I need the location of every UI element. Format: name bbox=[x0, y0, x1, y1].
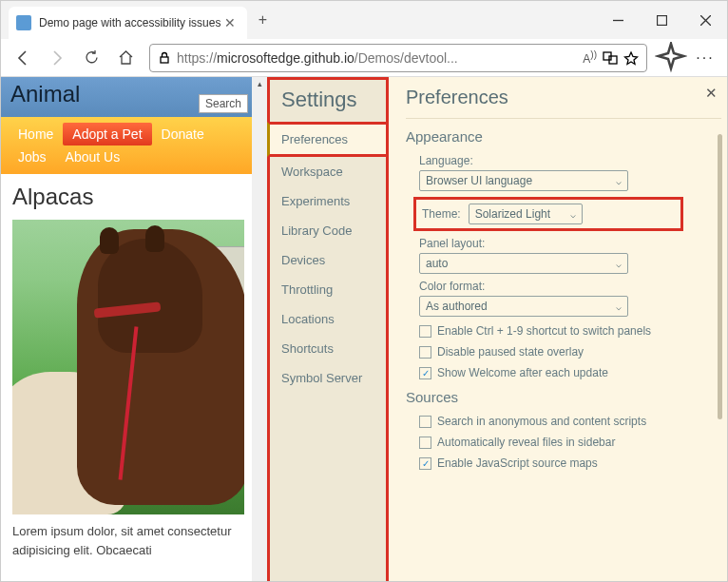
sidebar-item-symbol-server[interactable]: Symbol Server bbox=[270, 363, 386, 393]
lock-icon bbox=[158, 51, 171, 65]
svg-rect-0 bbox=[657, 15, 666, 25]
chevron-down-icon: ⌵ bbox=[616, 301, 622, 312]
forward-button bbox=[41, 42, 73, 74]
site-header: Animal Search bbox=[1, 77, 267, 117]
sidebar-item-throttling[interactable]: Throttling bbox=[270, 275, 386, 304]
nav-about[interactable]: About Us bbox=[56, 146, 130, 168]
color-format-select[interactable]: As authored⌵ bbox=[419, 296, 628, 317]
page-heading: Alpacas bbox=[12, 184, 256, 210]
nav-donate[interactable]: Donate bbox=[152, 123, 214, 146]
copilot-icon[interactable] bbox=[655, 42, 687, 74]
anon-search-checkbox[interactable]: Search in anonymous and content scripts bbox=[419, 415, 721, 428]
language-label: Language: bbox=[419, 154, 721, 167]
sidebar-item-experiments[interactable]: Experiments bbox=[270, 186, 386, 216]
tab-title: Demo page with accessibility issues bbox=[39, 16, 220, 29]
favicon bbox=[16, 15, 31, 30]
titlebar: Demo page with accessibility issues ✕ + bbox=[1, 1, 727, 39]
tab-close-icon[interactable]: ✕ bbox=[220, 15, 239, 30]
nav-jobs[interactable]: Jobs bbox=[9, 146, 56, 168]
back-button[interactable] bbox=[7, 42, 39, 74]
chevron-down-icon: ⌵ bbox=[616, 259, 622, 269]
refresh-button[interactable] bbox=[75, 42, 107, 74]
color-format-label: Color format: bbox=[419, 280, 721, 293]
reader-icon[interactable]: A)) bbox=[583, 49, 597, 66]
theme-select[interactable]: Solarized Light⌵ bbox=[469, 204, 583, 224]
panel-layout-select[interactable]: auto⌵ bbox=[419, 253, 628, 274]
browser-toolbar: https://microsoftedge.github.io/Demos/de… bbox=[1, 39, 727, 77]
panel-layout-label: Panel layout: bbox=[419, 237, 721, 250]
paused-overlay-checkbox[interactable]: Disable paused state overlay bbox=[419, 345, 721, 359]
sidebar-item-devices[interactable]: Devices bbox=[270, 245, 386, 275]
page-description: Lorem ipsum dolor, sit amet consectetur … bbox=[12, 522, 256, 559]
sidebar-item-shortcuts[interactable]: Shortcuts bbox=[270, 334, 386, 363]
language-select[interactable]: Browser UI language⌵ bbox=[419, 170, 628, 191]
chevron-down-icon: ⌵ bbox=[570, 209, 576, 220]
js-sourcemaps-checkbox[interactable]: Enable JavaScript source maps bbox=[419, 456, 721, 470]
new-tab-button[interactable]: + bbox=[249, 7, 276, 33]
preferences-scrollbar[interactable] bbox=[718, 134, 722, 419]
sidebar-item-preferences[interactable]: Preferences bbox=[267, 122, 389, 157]
devtools-panel: ✕ Settings Preferences Workspace Experim… bbox=[267, 77, 727, 582]
more-menu-button[interactable]: ··· bbox=[689, 42, 721, 74]
alpaca-photo bbox=[12, 220, 244, 514]
chevron-down-icon: ⌵ bbox=[616, 176, 622, 186]
site-search-input[interactable]: Search bbox=[199, 94, 248, 113]
preferences-title: Preferences bbox=[406, 83, 721, 118]
appearance-section-title: Appearance bbox=[406, 128, 721, 145]
minimise-button[interactable] bbox=[596, 5, 640, 35]
nav-adopt[interactable]: Adopt a Pet bbox=[63, 123, 151, 146]
nav-home[interactable]: Home bbox=[9, 123, 63, 146]
theme-label: Theme: bbox=[422, 207, 461, 221]
svg-rect-1 bbox=[161, 57, 168, 63]
home-button[interactable] bbox=[109, 42, 142, 74]
reveal-files-checkbox[interactable]: Automatically reveal files in sidebar bbox=[419, 436, 721, 449]
address-bar[interactable]: https://microsoftedge.github.io/Demos/de… bbox=[149, 44, 647, 72]
translate-icon[interactable] bbox=[603, 50, 618, 66]
browser-tab[interactable]: Demo page with accessibility issues ✕ bbox=[9, 7, 247, 39]
page-scrollbar[interactable]: ▴ bbox=[252, 77, 267, 582]
settings-sidebar: Settings Preferences Workspace Experimen… bbox=[267, 77, 389, 582]
settings-title: Settings bbox=[270, 82, 386, 122]
webpage-viewport: Animal Search Home Adopt a Pet Donate Jo… bbox=[1, 77, 267, 582]
close-window-button[interactable] bbox=[683, 5, 727, 35]
welcome-checkbox[interactable]: Show Welcome after each update bbox=[419, 366, 721, 379]
sidebar-item-library-code[interactable]: Library Code bbox=[270, 216, 386, 245]
ctrl-shortcut-checkbox[interactable]: Enable Ctrl + 1-9 shortcut to switch pan… bbox=[419, 324, 721, 338]
favorites-icon[interactable] bbox=[623, 50, 639, 66]
sources-section-title: Sources bbox=[406, 389, 721, 405]
sidebar-item-workspace[interactable]: Workspace bbox=[270, 157, 386, 186]
site-nav: Home Adopt a Pet Donate Jobs About Us bbox=[1, 117, 267, 174]
url-text: https://microsoftedge.github.io/Demos/de… bbox=[177, 50, 577, 66]
preferences-pane: Preferences Appearance Language: Browser… bbox=[389, 77, 727, 582]
sidebar-item-locations[interactable]: Locations bbox=[270, 304, 386, 334]
maximise-button[interactable] bbox=[640, 5, 683, 35]
